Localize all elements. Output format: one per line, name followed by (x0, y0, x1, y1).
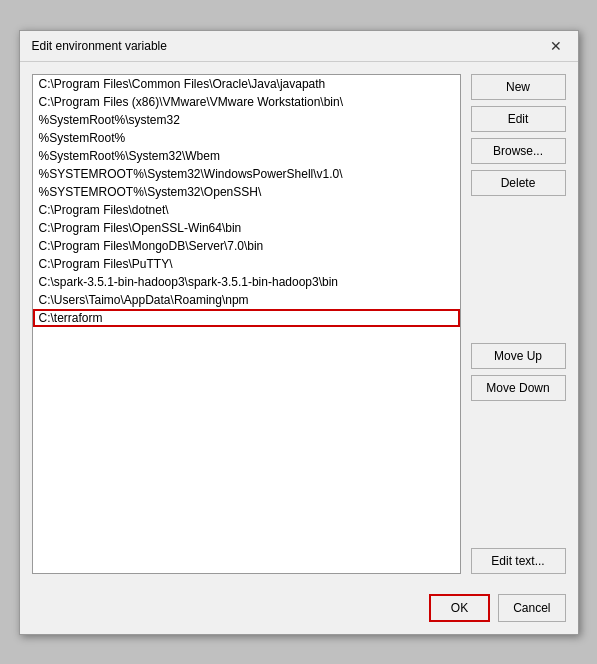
list-item[interactable]: %SYSTEMROOT%\System32\WindowsPowerShell\… (33, 165, 460, 183)
edit-env-var-dialog: Edit environment variable ✕ C:\Program F… (19, 30, 579, 635)
list-item[interactable]: %SystemRoot%\System32\Wbem (33, 147, 460, 165)
move-up-button[interactable]: Move Up (471, 343, 566, 369)
ok-button[interactable]: OK (429, 594, 490, 622)
dialog-title: Edit environment variable (32, 39, 167, 53)
edit-button[interactable]: Edit (471, 106, 566, 132)
title-bar: Edit environment variable ✕ (20, 31, 578, 62)
list-item[interactable]: C:\Program Files\dotnet\ (33, 201, 460, 219)
dialog-footer: OK Cancel (20, 586, 578, 634)
list-item[interactable]: %SystemRoot%\system32 (33, 111, 460, 129)
browse-button[interactable]: Browse... (471, 138, 566, 164)
close-button[interactable]: ✕ (546, 39, 566, 53)
cancel-button[interactable]: Cancel (498, 594, 565, 622)
new-button[interactable]: New (471, 74, 566, 100)
list-item[interactable]: C:\Program Files\OpenSSL-Win64\bin (33, 219, 460, 237)
dialog-body: C:\Program Files\Common Files\Oracle\Jav… (20, 62, 578, 586)
env-var-list[interactable]: C:\Program Files\Common Files\Oracle\Jav… (32, 74, 461, 574)
edit-text-button[interactable]: Edit text... (471, 548, 566, 574)
buttons-panel: New Edit Browse... Delete Move Up Move D… (471, 74, 566, 574)
list-item[interactable]: C:\terraform (33, 309, 460, 327)
list-item[interactable]: C:\Program Files (x86)\VMware\VMware Wor… (33, 93, 460, 111)
list-item[interactable]: C:\Users\Taimo\AppData\Roaming\npm (33, 291, 460, 309)
list-item[interactable]: %SYSTEMROOT%\System32\OpenSSH\ (33, 183, 460, 201)
list-item[interactable]: C:\Program Files\MongoDB\Server\7.0\bin (33, 237, 460, 255)
move-down-button[interactable]: Move Down (471, 375, 566, 401)
delete-button[interactable]: Delete (471, 170, 566, 196)
list-item[interactable]: %SystemRoot% (33, 129, 460, 147)
list-item[interactable]: C:\Program Files\Common Files\Oracle\Jav… (33, 75, 460, 93)
list-item[interactable]: C:\spark-3.5.1-bin-hadoop3\spark-3.5.1-b… (33, 273, 460, 291)
list-item[interactable]: C:\Program Files\PuTTY\ (33, 255, 460, 273)
